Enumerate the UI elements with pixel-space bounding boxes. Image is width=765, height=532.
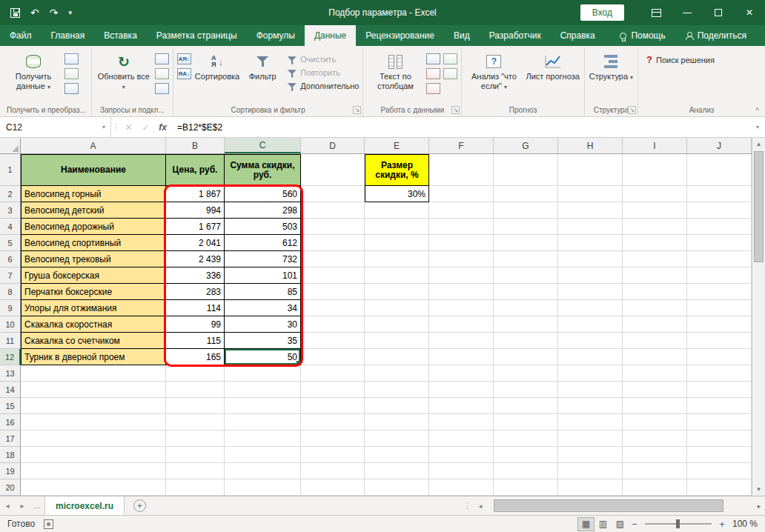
column-header-B[interactable]: B (166, 138, 225, 153)
cell-J9[interactable] (687, 300, 752, 316)
cancel-formula-icon[interactable]: ✕ (120, 122, 137, 133)
row-header-8[interactable]: 8 (0, 284, 21, 300)
row-header-10[interactable]: 10 (0, 316, 21, 333)
cell-E5[interactable] (365, 235, 429, 251)
cell-E15[interactable] (365, 398, 429, 414)
cell-D11[interactable] (301, 333, 365, 349)
cell-F15[interactable] (429, 398, 494, 414)
cell-F10[interactable] (429, 316, 494, 333)
cell-C7[interactable]: 101 (225, 267, 301, 284)
cell-D6[interactable] (301, 251, 365, 267)
text-to-columns-button[interactable]: Текст по столбцам (365, 48, 425, 103)
recent-sources-icon[interactable] (64, 83, 79, 94)
cell-H1[interactable] (558, 154, 623, 186)
row-header-17[interactable]: 17 (0, 430, 21, 447)
cell-H2[interactable] (558, 186, 623, 202)
horizontal-scroll-track[interactable] (486, 496, 753, 515)
cell-I3[interactable] (623, 202, 687, 219)
redo-button[interactable]: ↷ (50, 7, 59, 18)
column-header-H[interactable]: H (558, 138, 623, 153)
cell-C4[interactable]: 503 (225, 219, 301, 235)
cell-D2[interactable] (301, 186, 365, 202)
cell-J5[interactable] (687, 235, 752, 251)
cell-F16[interactable] (429, 414, 494, 430)
cell-B8[interactable]: 283 (166, 284, 225, 300)
cell-E17[interactable] (365, 430, 429, 447)
clear-filter-button[interactable]: Очистить (287, 55, 359, 64)
normal-view-icon[interactable]: ▦ (577, 517, 595, 531)
cell-D19[interactable] (301, 463, 365, 479)
cell-I1[interactable] (623, 154, 687, 186)
cell-H19[interactable] (558, 463, 623, 479)
cell-C14[interactable] (225, 382, 301, 398)
cell-E10[interactable] (365, 316, 429, 333)
cell-G15[interactable] (494, 398, 558, 414)
cell-B17[interactable] (166, 430, 225, 447)
row-header-13[interactable]: 13 (0, 365, 21, 382)
cell-J3[interactable] (687, 202, 752, 219)
cell-F17[interactable] (429, 430, 494, 447)
cell-B7[interactable]: 336 (166, 267, 225, 284)
cell-C6[interactable]: 732 (225, 251, 301, 267)
cell-H9[interactable] (558, 300, 623, 316)
cell-G8[interactable] (494, 284, 558, 300)
filter-button[interactable]: Фильтр (242, 48, 283, 103)
cell-G2[interactable] (494, 186, 558, 202)
row-header-9[interactable]: 9 (0, 300, 21, 316)
cell-B12[interactable]: 165 (166, 349, 225, 365)
row-header-5[interactable]: 5 (0, 235, 21, 251)
cell-J8[interactable] (687, 284, 752, 300)
row-header-4[interactable]: 4 (0, 219, 21, 235)
column-header-A[interactable]: A (21, 138, 166, 153)
cell-A1[interactable]: Наименование (21, 154, 166, 186)
cell-H10[interactable] (558, 316, 623, 333)
cell-H6[interactable] (558, 251, 623, 267)
cell-G14[interactable] (494, 382, 558, 398)
flash-fill-icon[interactable] (426, 53, 440, 64)
advanced-filter-button[interactable]: Дополнительно (287, 82, 359, 90)
cell-C20[interactable] (225, 479, 301, 496)
cell-D17[interactable] (301, 430, 365, 447)
cell-B18[interactable] (166, 447, 225, 463)
cell-I20[interactable] (623, 479, 687, 496)
page-layout-view-icon[interactable]: ▥ (595, 517, 612, 531)
cell-A2[interactable]: Велосипед горный (21, 186, 166, 202)
cell-J4[interactable] (687, 219, 752, 235)
cell-H11[interactable] (558, 333, 623, 349)
solver-button[interactable]: ? Поиск решения (640, 48, 715, 65)
cell-I15[interactable] (623, 398, 687, 414)
cell-B11[interactable]: 115 (166, 333, 225, 349)
cell-C19[interactable] (225, 463, 301, 479)
relationships-icon[interactable] (443, 68, 457, 79)
cell-H7[interactable] (558, 267, 623, 284)
row-header-2[interactable]: 2 (0, 186, 21, 202)
column-header-I[interactable]: I (623, 138, 687, 153)
cell-D14[interactable] (301, 382, 365, 398)
cell-H12[interactable] (558, 349, 623, 365)
cell-C16[interactable] (225, 414, 301, 430)
cell-F1[interactable] (429, 154, 494, 186)
cell-I13[interactable] (623, 365, 687, 382)
cell-G1[interactable] (494, 154, 558, 186)
cell-D1[interactable] (301, 154, 365, 186)
cell-C15[interactable] (225, 398, 301, 414)
column-header-F[interactable]: F (429, 138, 494, 153)
cell-D4[interactable] (301, 219, 365, 235)
macro-record-icon[interactable] (44, 519, 53, 529)
cell-F3[interactable] (429, 202, 494, 219)
cell-B4[interactable]: 1 677 (166, 219, 225, 235)
zoom-slider[interactable] (645, 523, 712, 525)
cell-A16[interactable] (21, 414, 166, 430)
column-header-J[interactable]: J (687, 138, 752, 153)
cell-D15[interactable] (301, 398, 365, 414)
cell-D10[interactable] (301, 316, 365, 333)
row-header-7[interactable]: 7 (0, 267, 21, 284)
cell-A13[interactable] (21, 365, 166, 382)
cell-E7[interactable] (365, 267, 429, 284)
vertical-scroll-track[interactable] (752, 263, 765, 483)
maximize-button[interactable] (703, 0, 734, 25)
cell-I4[interactable] (623, 219, 687, 235)
outline-button[interactable]: Структура ▾ (587, 48, 635, 103)
cell-E2[interactable]: 30% (365, 186, 429, 202)
cell-F11[interactable] (429, 333, 494, 349)
